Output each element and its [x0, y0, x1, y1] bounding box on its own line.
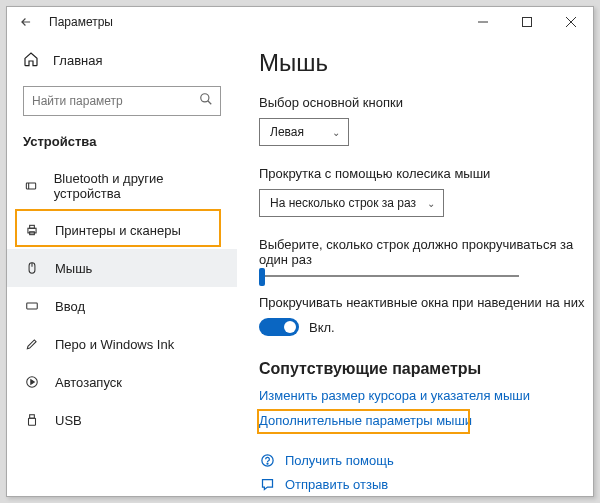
- toggle-state-label: Вкл.: [309, 320, 335, 335]
- sidebar-section-title: Устройства: [7, 130, 237, 161]
- sidebar-item-typing[interactable]: Ввод: [7, 287, 237, 325]
- printer-icon: [23, 221, 41, 239]
- svg-rect-19: [29, 418, 36, 425]
- chevron-down-icon: ⌄: [427, 198, 435, 209]
- home-link[interactable]: Главная: [7, 45, 237, 76]
- feedback-icon: [259, 476, 275, 492]
- sidebar-nav: Bluetooth и другие устройства Принтеры и…: [7, 161, 237, 439]
- slider-track: [259, 275, 519, 277]
- feedback-link[interactable]: Отправить отзыв: [259, 476, 585, 492]
- sidebar-item-mouse[interactable]: Мышь: [7, 249, 237, 287]
- help-label: Получить помощь: [285, 453, 394, 468]
- chevron-down-icon: ⌄: [332, 127, 340, 138]
- search-icon: [192, 92, 220, 110]
- link-additional-mouse[interactable]: Дополнительные параметры мыши: [259, 413, 585, 428]
- window-title: Параметры: [49, 15, 113, 29]
- select-value: Левая: [270, 125, 304, 139]
- back-button[interactable]: [13, 9, 39, 35]
- toggle-knob: [284, 321, 296, 333]
- slider-thumb[interactable]: [259, 268, 265, 286]
- settings-window: Параметры Главная Устройства Bluetooth и…: [6, 6, 594, 497]
- svg-rect-1: [523, 18, 532, 27]
- select-value: На несколько строк за раз: [270, 196, 416, 210]
- body: Главная Устройства Bluetooth и другие ус…: [7, 37, 593, 496]
- close-button[interactable]: [549, 7, 593, 37]
- svg-point-21: [267, 463, 268, 464]
- sidebar-item-label: Ввод: [55, 299, 85, 314]
- sidebar-item-label: USB: [55, 413, 82, 428]
- primary-button-label: Выбор основной кнопки: [259, 95, 585, 110]
- feedback-label: Отправить отзыв: [285, 477, 388, 492]
- lines-slider[interactable]: [259, 275, 585, 277]
- content-pane: Мышь Выбор основной кнопки Левая ⌄ Прокр…: [237, 37, 593, 496]
- lines-label: Выберите, сколько строк должно прокручив…: [259, 237, 585, 267]
- scroll-select[interactable]: На несколько строк за раз ⌄: [259, 189, 444, 217]
- minimize-button[interactable]: [461, 7, 505, 37]
- svg-rect-13: [27, 303, 38, 309]
- titlebar: Параметры: [7, 7, 593, 37]
- sidebar: Главная Устройства Bluetooth и другие ус…: [7, 37, 237, 496]
- scroll-label: Прокрутка с помощью колесика мыши: [259, 166, 585, 181]
- help-icon: [259, 452, 275, 468]
- sidebar-item-bluetooth[interactable]: Bluetooth и другие устройства: [7, 161, 237, 211]
- keyboard-icon: [23, 297, 41, 315]
- sidebar-item-label: Автозапуск: [55, 375, 122, 390]
- mouse-icon: [23, 259, 41, 277]
- sidebar-item-autoplay[interactable]: Автозапуск: [7, 363, 237, 401]
- autoplay-icon: [23, 373, 41, 391]
- inactive-windows-toggle[interactable]: [259, 318, 299, 336]
- svg-point-4: [201, 94, 209, 102]
- maximize-button[interactable]: [505, 7, 549, 37]
- minimize-icon: [478, 17, 488, 27]
- sidebar-item-usb[interactable]: USB: [7, 401, 237, 439]
- maximize-icon: [522, 17, 532, 27]
- inactive-windows-label: Прокручивать неактивные окна при наведен…: [259, 295, 585, 310]
- sidebar-item-label: Принтеры и сканеры: [55, 223, 181, 238]
- search-box[interactable]: [23, 86, 221, 116]
- bluetooth-icon: [23, 177, 40, 195]
- search-input[interactable]: [24, 94, 192, 108]
- primary-button-select[interactable]: Левая ⌄: [259, 118, 349, 146]
- related-heading: Сопутствующие параметры: [259, 360, 585, 378]
- get-help-link[interactable]: Получить помощь: [259, 452, 585, 468]
- page-heading: Мышь: [259, 49, 585, 77]
- home-icon: [23, 51, 39, 70]
- usb-icon: [23, 411, 41, 429]
- sidebar-item-pen[interactable]: Перо и Windows Ink: [7, 325, 237, 363]
- sidebar-item-printers[interactable]: Принтеры и сканеры: [7, 211, 237, 249]
- svg-line-5: [208, 101, 212, 105]
- home-label: Главная: [53, 53, 102, 68]
- window-controls: [461, 7, 593, 37]
- close-icon: [566, 17, 576, 27]
- pen-icon: [23, 335, 41, 353]
- sidebar-item-label: Перо и Windows Ink: [55, 337, 174, 352]
- svg-rect-6: [27, 183, 36, 189]
- sidebar-item-label: Bluetooth и другие устройства: [54, 171, 221, 201]
- svg-rect-9: [30, 225, 35, 228]
- sidebar-item-label: Мышь: [55, 261, 92, 276]
- arrow-left-icon: [19, 15, 33, 29]
- link-cursor-size[interactable]: Изменить размер курсора и указателя мыши: [259, 388, 585, 403]
